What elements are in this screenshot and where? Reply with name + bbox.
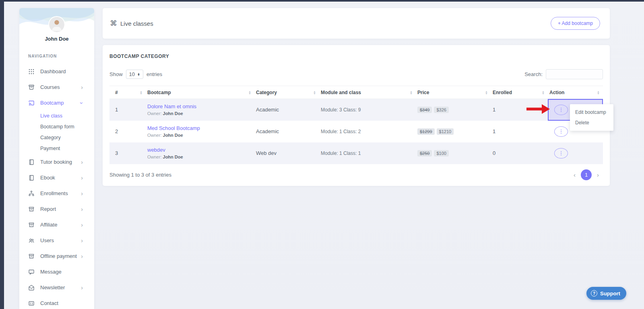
support-label: Support [600,290,620,297]
row-number: 3 [115,150,118,156]
column-header-action: Action▲▼ [548,86,603,99]
sidebar-subitem-live-class[interactable]: Live class [19,111,94,122]
row-number: 2 [115,128,118,134]
chevron-down-icon: › [79,102,85,104]
row-action-button[interactable]: ⋮ [554,148,568,159]
avatar-photo [49,17,64,32]
sidebar-item-contact[interactable]: Contact [19,295,94,309]
chevron-right-icon: › [81,238,83,243]
menu-item-edit-bootcamp[interactable]: Edit bootcamp [570,107,613,117]
cell-price: $1299$1210 [416,121,491,142]
sidebar-item-dashboard[interactable]: Dashboard [19,64,94,79]
sidebar-item-label: Bootcamp [40,100,81,106]
sort-icon[interactable]: ▲▼ [248,91,251,95]
menu-item-delete[interactable]: Delete [570,117,613,128]
book-icon [28,175,35,181]
column-header-category: Category▲▼ [254,86,319,99]
sort-icon[interactable]: ▲▼ [485,91,488,95]
enrolled-count: 1 [493,107,495,113]
sort-icon[interactable]: ▲▼ [140,91,142,95]
support-button[interactable]: ? Support [586,287,626,300]
bootcamp-link[interactable]: Dolore Nam et omnis [147,103,251,109]
owner-line: Owner: John Doe [147,111,251,116]
owner-label: Owner: [147,111,161,116]
cast-icon [28,100,35,106]
search-group: Search: [524,69,603,79]
cell-price: $250$100 [416,142,491,164]
user-name: John Doe [19,36,94,42]
sidebar-item-label: Enrollments [40,190,81,196]
search-input[interactable] [546,69,603,79]
avatar[interactable] [49,17,64,32]
sidebar-item-label: Offline payment [40,253,81,259]
cell-bootcamp: Med School BootcampOwner: John Doe [146,121,254,142]
column-header-price: Price▲▼ [416,86,491,99]
sidebar-item-enrollments[interactable]: Enrollments› [19,185,94,201]
question-icon: ? [591,290,597,297]
sidebar-submenu: Live classBootcamp formCategoryPayment [19,111,94,154]
sidebar-item-affiliate[interactable]: Affiliate› [19,217,94,233]
sidebar-item-label: Users [40,237,81,243]
sidebar-item-label: Courses [40,84,81,90]
column-header-label: Enrolled [493,90,512,95]
price-old-badge: $250 [417,150,432,157]
module-class-text: Module: 3 Class: 9 [321,107,361,113]
sidebar-subitem-category[interactable]: Category [19,132,94,143]
cell-enrolled: 1 [491,121,548,142]
archive-icon [28,84,35,91]
category-text: Web dev [256,150,277,156]
sidebar-item-tutor-booking[interactable]: Tutor booking› [19,154,94,170]
sidebar-item-message[interactable]: Message [19,264,94,280]
sort-icon[interactable]: ▲▼ [313,91,316,95]
box-icon [28,222,35,228]
sidebar: John Doe NAVIGATION DashboardCourses›Boo… [19,8,94,309]
pagination-next-button[interactable]: › [597,171,599,178]
cell-enrolled: 0 [491,142,548,164]
showing-entries-text: Showing 1 to 3 of 3 entries [109,172,171,178]
pagination-prev-button[interactable]: ‹ [574,171,576,178]
sidebar-item-courses[interactable]: Courses› [19,79,94,95]
price-old-badge: $1299 [417,128,435,135]
enrolled-count: 0 [493,150,495,156]
row-action-button[interactable]: ⋮ [554,105,568,115]
chevron-right-icon: › [81,175,83,181]
sidebar-item-report[interactable]: Report› [19,201,94,217]
command-icon: ⌘ [110,19,117,28]
column-header-label: Category [256,90,277,95]
select-arrows-icon: ▲▼ [137,73,140,76]
page-size-select[interactable]: 10 ▲▼ [126,70,143,79]
column-header-label: Module and class [321,90,361,95]
sidebar-item-users[interactable]: Users› [19,233,94,248]
sidebar-item-label: Contact [40,300,83,306]
pagination-page-1-button[interactable]: 1 [581,169,592,180]
add-bootcamp-button[interactable]: + Add bootcamp [551,17,600,30]
sidebar-item-offline-payment[interactable]: Offline payment› [19,248,94,264]
sort-icon[interactable]: ▲▼ [542,91,545,95]
column-header-label: Price [417,90,429,95]
bootcamp-link[interactable]: webdev [147,147,251,153]
cell-action: ⋮ [548,142,603,164]
sidebar-item-label: Tutor booking [40,159,81,165]
price-old-badge: $349 [417,107,432,113]
red-arrow-annotation [525,103,550,115]
sidebar-item-newsletter[interactable]: Newsletter› [19,280,94,295]
sidebar-subitem-bootcamp-form[interactable]: Bootcamp form [19,122,94,132]
sidebar-item-ebook[interactable]: Ebook› [19,170,94,185]
sidebar-item-bootcamp[interactable]: Bootcamp› [19,95,94,111]
sidebar-item-label: Message [40,269,83,275]
book-icon [28,159,35,165]
cell-module: Module: 1 Class: 1 [319,142,416,164]
top-dark-bar [0,0,644,2]
row-action-button[interactable]: ⋮ [554,126,568,137]
table-row: 3webdevOwner: John DoeWeb devModule: 1 C… [109,142,603,164]
users-icon [28,237,35,244]
module-class-text: Module: 1 Class: 1 [321,150,361,156]
bootcamp-link[interactable]: Med School Bootcamp [147,125,251,131]
bootcamp-category-panel: BOOTCAMP CATEGORY Show 10 ▲▼ entries Sea… [103,45,610,186]
category-text: Academic [256,128,279,134]
sort-icon[interactable]: ▲▼ [597,91,600,95]
category-text: Academic [256,107,279,113]
kebab-vertical-icon: ⋮ [559,150,564,156]
sidebar-subitem-payment[interactable]: Payment [19,143,94,154]
sort-icon[interactable]: ▲▼ [410,91,413,95]
